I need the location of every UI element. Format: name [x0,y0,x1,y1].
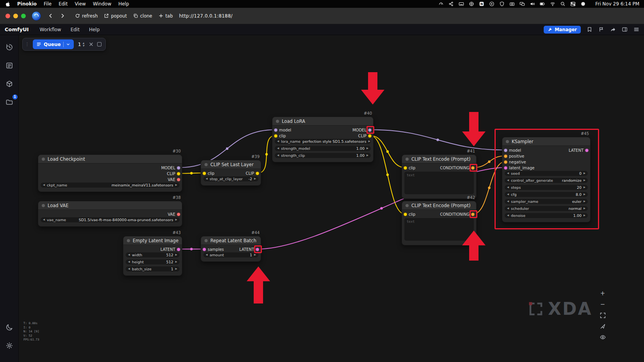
widget-right-arrow-icon[interactable]: ▶ [584,207,585,210]
widget-left-arrow-icon[interactable]: ◀ [507,193,509,196]
widget-right-arrow-icon[interactable]: ▶ [584,214,585,217]
widget-seed[interactable]: ◀seed0▶ [505,171,588,176]
output-port-conditioning[interactable] [471,213,475,216]
widget-strength-clip[interactable]: ◀strength_clip1.00▶ [275,153,371,158]
zoom-in-button[interactable]: + [599,289,607,297]
zoom-window-button[interactable] [21,14,26,18]
clone-button[interactable]: clone [133,13,152,19]
node-clip-set-last-layer[interactable]: #39CLIP Set Last LayerclipCLIP◀stop_at_c… [201,160,261,186]
collapse-dot-icon[interactable] [42,204,45,207]
widget-left-arrow-icon[interactable]: ◀ [128,254,130,256]
output-port-clip[interactable] [256,172,259,175]
widget-scheduler[interactable]: ◀schedulernormal▶ [505,206,588,211]
widget-batch-size[interactable]: ◀batch_size1▶ [126,266,180,272]
input-port-positive[interactable] [504,154,507,158]
notion-icon[interactable]: N [479,1,484,7]
node-clip-text-encode-prompt[interactable]: #41CLIP Text Encode (Prompt)clipCONDITIO… [402,154,477,199]
widget-right-arrow-icon[interactable]: ▶ [175,261,177,263]
hamburger-menu-icon[interactable] [633,27,639,32]
output-port-vae[interactable] [177,178,180,181]
zoom-out-button[interactable]: − [599,300,607,308]
node-title-bar[interactable]: Empty Latent Image [123,236,182,245]
toolbar-icon-2[interactable] [598,27,604,32]
chevron-down-icon[interactable] [66,42,70,46]
sidebar-queue-list-button[interactable] [3,59,16,72]
widget-left-arrow-icon[interactable]: ◀ [128,261,130,263]
input-port-samples[interactable] [203,248,206,251]
manager-button[interactable]: Manager [544,26,581,34]
collapse-dot-icon[interactable] [276,120,279,123]
widget-left-arrow-icon[interactable]: ◀ [277,154,279,157]
minimize-window-button[interactable] [13,14,18,18]
sidebar-workflows-folder-button[interactable]: 1 [3,96,16,109]
widget-left-arrow-icon[interactable]: ◀ [507,214,509,217]
widget-left-arrow-icon[interactable]: ◀ [206,177,208,180]
output-port-latent[interactable] [177,248,180,251]
widget-right-arrow-icon[interactable]: ▶ [175,218,177,221]
node-load-checkpoint[interactable]: #30Load CheckpointMODELCLIPVAE◀ckpt_name… [38,154,182,192]
collapse-dot-icon[interactable] [127,239,130,242]
node-repeat-latent-batch[interactable]: #44Repeat Latent BatchsamplesLATENT◀amou… [201,236,261,262]
sidebar-history-button[interactable] [3,41,16,54]
collapse-dot-icon[interactable] [205,239,208,242]
queue-button[interactable]: Queue [33,39,74,49]
nodes-icon[interactable] [448,1,454,7]
spotlight-icon[interactable] [560,1,566,7]
widget-right-arrow-icon[interactable]: ▶ [175,268,177,270]
popout-button[interactable]: popout [104,13,126,19]
menu-edit[interactable]: Edit [59,1,68,7]
output-port-clip[interactable] [368,134,372,138]
toggle-links-button[interactable] [599,333,607,341]
collapse-dot-icon[interactable] [205,163,208,166]
new-tab-button[interactable]: tab [158,13,173,19]
play-circle-icon[interactable] [489,1,495,7]
refresh-button[interactable]: refresh [75,13,98,19]
input-port-latent-image[interactable] [504,166,507,170]
node-ksampler[interactable]: #45KSamplermodelLATENTpositivenegativela… [502,137,591,222]
prompt-textarea[interactable]: text [404,172,474,194]
clear-queue-icon[interactable] [89,42,94,47]
widget-left-arrow-icon[interactable]: ◀ [507,179,509,182]
widget-vae-name[interactable]: ◀vae_nameSD1.5/vae-ft-mse-840000-ema-pru… [41,217,180,222]
stepper-down-icon[interactable]: ▼ [83,44,84,47]
widget-right-arrow-icon[interactable]: ▶ [175,254,177,256]
widget-right-arrow-icon[interactable]: ▶ [584,193,585,196]
widget-control-after-generate[interactable]: ◀control_after_generaterandomize▶ [505,178,588,183]
node-title-bar[interactable]: Load Checkpoint [38,155,182,163]
node-title-bar[interactable]: KSampler [502,137,590,146]
batch-count-stepper[interactable]: 1 ▲▼ [77,41,85,47]
widget-right-arrow-icon[interactable]: ▶ [584,186,585,189]
siri-icon[interactable] [580,1,586,7]
node-title-bar[interactable]: Repeat Latent Batch [201,236,261,245]
widget-sampler-name[interactable]: ◀sampler_nameeuler▶ [505,199,588,204]
node-load-lora[interactable]: #40Load LoRAmodelMODELclipCLIP◀lora_name… [272,117,374,162]
node-title-bar[interactable]: CLIP Text Encode (Prompt) [402,201,476,210]
widget-right-arrow-icon[interactable]: ▶ [254,177,256,180]
widget-left-arrow-icon[interactable]: ◀ [507,172,509,175]
share-forward-icon[interactable] [610,27,616,32]
menu-comfy-help[interactable]: Help [89,27,100,32]
menu-file[interactable]: File [44,1,52,7]
prompt-textarea[interactable]: text [404,218,474,241]
widget-left-arrow-icon[interactable]: ◀ [507,200,509,203]
app-menu[interactable]: Pinokio [17,1,37,7]
fit-view-button[interactable] [599,311,607,319]
widget-ckpt-name[interactable]: ◀ckpt_namemeinamix_meinaV11.safetensors▶ [41,183,180,188]
widget-right-arrow-icon[interactable]: ▶ [584,179,585,182]
widget-stop-at-clip-layer[interactable]: ◀stop_at_clip_layer-2▶ [203,176,258,181]
control-center-icon[interactable] [570,1,576,7]
back-button[interactable] [44,13,57,19]
widget-left-arrow-icon[interactable]: ◀ [277,140,279,143]
displays-icon[interactable] [519,1,525,7]
volume-icon[interactable] [530,1,535,7]
widget-width[interactable]: ◀width512▶ [126,252,180,257]
widget-amount[interactable]: ◀amount1▶ [203,252,258,257]
input-port-negative[interactable] [504,160,507,164]
drag-handle-icon[interactable]: ⋮ [25,42,29,46]
node-title-bar[interactable]: Load VAE [38,201,182,210]
menu-comfy-edit[interactable]: Edit [71,27,80,32]
widget-left-arrow-icon[interactable]: ◀ [43,218,45,221]
output-port-model[interactable] [177,166,180,170]
sidebar-settings-gear-button[interactable] [3,339,16,352]
keyboard-icon[interactable] [459,1,464,7]
